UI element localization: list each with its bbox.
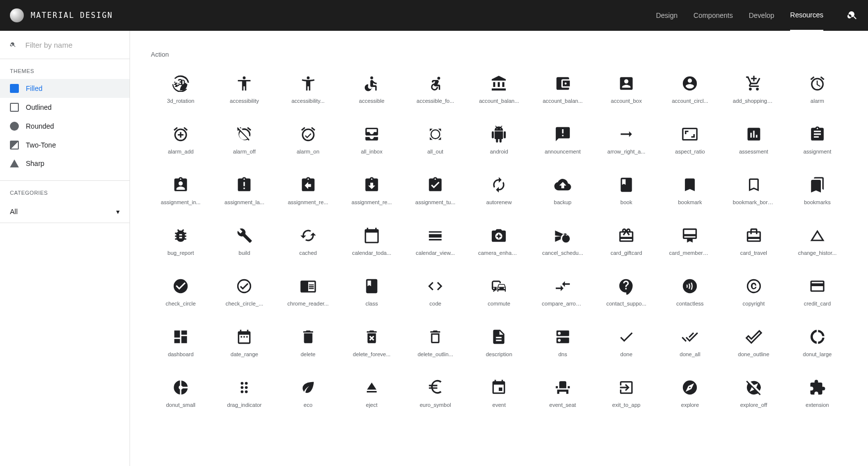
icon-cached[interactable]: cached	[278, 224, 338, 259]
icon-delete_forever[interactable]: delete_foreve...	[342, 325, 401, 360]
cached-icon	[300, 227, 317, 244]
icon-accessibility[interactable]: accessibility	[214, 72, 274, 107]
alarm_off-icon	[236, 126, 253, 143]
icon-alarm_off[interactable]: alarm_off	[214, 123, 274, 157]
icon-assignment_late[interactable]: assignment_la...	[214, 173, 274, 208]
icon-donut_small[interactable]: donut_small	[151, 376, 210, 411]
icon-autorenew[interactable]: autorenew	[469, 173, 529, 208]
icon-accessibility_new[interactable]: accessibility...	[278, 72, 338, 107]
theme-rounded[interactable]: Rounded	[0, 117, 130, 136]
icon-accessible[interactable]: accessible	[342, 72, 401, 107]
icon-3d_rotation[interactable]: 3d_rotation	[151, 72, 210, 107]
icon-delete_outline[interactable]: delete_outlin...	[405, 325, 465, 360]
icon-extension[interactable]: extension	[788, 376, 847, 411]
icon-bookmark_border[interactable]: bookmark_bord...	[724, 173, 783, 208]
icon-card_membership[interactable]: card_membersh...	[660, 224, 720, 259]
assignment-icon	[809, 126, 826, 143]
nav-develop[interactable]: Develop	[749, 0, 774, 30]
icon-accessible_forward[interactable]: accessible_fo...	[405, 72, 465, 107]
icon-done_outline[interactable]: done_outline	[724, 325, 783, 360]
filter-input[interactable]	[25, 41, 120, 49]
theme-outlined[interactable]: Outlined	[0, 98, 130, 117]
icon-calendar_view_day[interactable]: calendar_view...	[405, 224, 465, 259]
icon-bug_report[interactable]: bug_report	[151, 224, 210, 259]
icon-build[interactable]: build	[214, 224, 274, 259]
icon-dashboard[interactable]: dashboard	[151, 325, 210, 360]
icon-class[interactable]: class	[342, 275, 401, 310]
icon-donut_large[interactable]: donut_large	[788, 325, 847, 360]
logo[interactable]: MATERIAL DESIGN	[10, 8, 113, 22]
icon-add_shopping_cart[interactable]: add_shopping_...	[724, 72, 783, 107]
icon-exit_to_app[interactable]: exit_to_app	[597, 376, 656, 411]
icon-account_balance_wallet[interactable]: account_balan...	[533, 72, 593, 107]
icon-all_out[interactable]: all_out	[405, 123, 465, 157]
icon-arrow_right_alt[interactable]: arrow_right_a...	[597, 123, 656, 157]
icon-bookmark[interactable]: bookmark	[660, 173, 720, 208]
icon-backup[interactable]: backup	[533, 173, 593, 208]
icon-compare_arrows[interactable]: compare_arrow...	[533, 275, 593, 310]
icon-done[interactable]: done	[597, 325, 656, 360]
icon-check_circle_outline[interactable]: check_circle_...	[214, 275, 274, 310]
icon-eco[interactable]: eco	[278, 376, 338, 411]
icon-account_circle[interactable]: account_circl...	[660, 72, 720, 107]
icon-done_all[interactable]: done_all	[660, 325, 720, 360]
icon-change_history[interactable]: change_histor...	[788, 224, 847, 259]
icon-event[interactable]: event	[469, 376, 529, 411]
icon-assignment[interactable]: assignment	[788, 123, 847, 157]
icon-code[interactable]: code	[405, 275, 465, 310]
icon-credit_card[interactable]: credit_card	[788, 275, 847, 310]
icon-camera_enhance[interactable]: camera_enhanc...	[469, 224, 529, 259]
icon-assessment[interactable]: assessment	[724, 123, 783, 157]
icon-cancel_schedule_send[interactable]: cancel_schedu...	[533, 224, 593, 259]
nav-components[interactable]: Components	[693, 0, 733, 30]
theme-sharp[interactable]: Sharp	[0, 155, 130, 172]
icon-label: bookmarks	[804, 199, 831, 205]
theme-label: Sharp	[26, 159, 44, 167]
icon-chrome_reader_mode[interactable]: chrome_reader...	[278, 275, 338, 310]
icon-event_seat[interactable]: event_seat	[533, 376, 593, 411]
theme-label: Filled	[26, 84, 42, 92]
search-button[interactable]	[847, 10, 858, 21]
icon-drag_indicator[interactable]: drag_indicator	[214, 376, 274, 411]
icon-description[interactable]: description	[469, 325, 529, 360]
category-select[interactable]: All ▾	[0, 201, 130, 223]
icon-eject[interactable]: eject	[342, 376, 401, 411]
icon-dns[interactable]: dns	[533, 325, 593, 360]
icon-delete[interactable]: delete	[278, 325, 338, 360]
nav-resources[interactable]: Resources	[790, 0, 823, 31]
icon-date_range[interactable]: date_range	[214, 325, 274, 360]
icon-account_balance[interactable]: account_balan...	[469, 72, 529, 107]
accessibility_new-icon	[300, 75, 317, 92]
icon-alarm_on[interactable]: alarm_on	[278, 123, 338, 157]
icon-explore_off[interactable]: explore_off	[724, 376, 783, 411]
icon-assignment_return[interactable]: assignment_re...	[278, 173, 338, 208]
icon-calendar_today[interactable]: calendar_toda...	[342, 224, 401, 259]
icon-explore[interactable]: explore	[660, 376, 720, 411]
icon-bookmarks[interactable]: bookmarks	[788, 173, 847, 208]
theme-filled[interactable]: Filled	[0, 79, 130, 98]
icon-copyright[interactable]: copyright	[724, 275, 783, 310]
icon-euro_symbol[interactable]: euro_symbol	[405, 376, 465, 411]
icon-android[interactable]: android	[469, 123, 529, 157]
icon-label: calendar_view...	[416, 250, 455, 256]
logo-text: MATERIAL DESIGN	[31, 11, 113, 20]
icon-check_circle[interactable]: check_circle	[151, 275, 210, 310]
icon-assignment_ind[interactable]: assignment_in...	[151, 173, 210, 208]
icon-announcement[interactable]: announcement	[533, 123, 593, 157]
icon-assignment_returned[interactable]: assignment_re...	[342, 173, 401, 208]
icon-book[interactable]: book	[597, 173, 656, 208]
icon-contact_support[interactable]: contact_suppo...	[597, 275, 656, 310]
icon-account_box[interactable]: account_box	[597, 72, 656, 107]
icon-all_inbox[interactable]: all_inbox	[342, 123, 401, 157]
theme-twotone[interactable]: Two-Tone	[0, 136, 130, 155]
icon-assignment_turned_in[interactable]: assignment_tu...	[405, 173, 465, 208]
nav-design[interactable]: Design	[656, 0, 678, 30]
icon-alarm_add[interactable]: alarm_add	[151, 123, 210, 157]
icon-card_giftcard[interactable]: card_giftcard	[597, 224, 656, 259]
account_circle-icon	[681, 75, 698, 92]
icon-aspect_ratio[interactable]: aspect_ratio	[660, 123, 720, 157]
icon-card_travel[interactable]: card_travel	[724, 224, 783, 259]
icon-commute[interactable]: commute	[469, 275, 529, 310]
icon-contactless[interactable]: contactless	[660, 275, 720, 310]
icon-alarm[interactable]: alarm	[788, 72, 847, 107]
